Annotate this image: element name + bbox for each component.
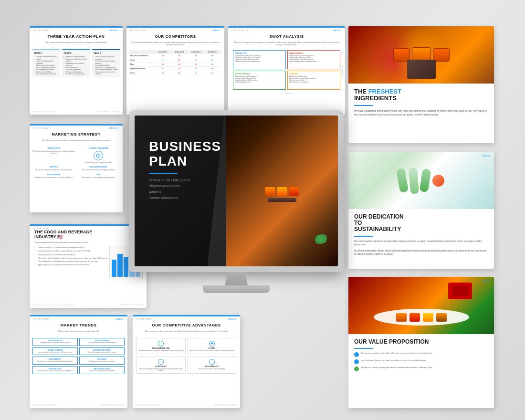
sushi-nigiri-1 — [265, 187, 275, 196]
slide-three-year: OPPORTUNITY STRATEGY THREE-YEAR ACTION P… — [30, 26, 123, 115]
swot-weaknesses: WEAKNESSES Higher prices due to premium … — [287, 50, 340, 69]
year-1-col: YEAR 1 Concept development and menu crea… — [32, 49, 60, 77]
trend-text: Interest in diverse food experiences fro… — [34, 352, 76, 354]
sustainability-content: OUR DEDICATIONTOSUSTAINABILITY We unders… — [348, 209, 494, 263]
sust-text-1: We understand the importance of responsi… — [354, 240, 488, 246]
comp-th-us: Our Business — [204, 51, 220, 53]
comp-th-3: Competitor 3 — [188, 51, 204, 53]
badge: No — [178, 72, 180, 74]
slide-tag-left: OPPORTUNITY — [33, 227, 50, 230]
comp-adv-personalized: PERSONALIZED DINE We provide an interact… — [136, 338, 186, 354]
slide-swot: OPPORTUNITY MARKET SWOT ANALYSIS What ar… — [228, 26, 345, 115]
comp-adv-sustainability: SUSTAINABILITY Educating our customers a… — [188, 356, 237, 374]
comp-adv-icon-1 — [158, 341, 164, 346]
marketing-item-title: PARTNERSHIP — [32, 173, 75, 176]
badge: Yes — [211, 68, 214, 70]
marketing-item-text: We'll create an innovative app with push… — [77, 177, 120, 178]
value-item-3: Indulge in a culinary journey that combi… — [354, 366, 488, 371]
value-sushi-bg — [348, 277, 494, 334]
trend-text: Demand for engaging experiences like oma… — [81, 352, 123, 354]
swot-w-label: WEAKNESSES — [289, 52, 338, 54]
chart-bar-1 — [112, 260, 116, 277]
swot-opportunities: OPPORTUNITIES Collaborating with nearby … — [233, 71, 286, 90]
slide-tag-right: STRATEGY — [109, 29, 119, 32]
sust-divider — [354, 236, 373, 237]
slide-header-accent — [30, 315, 127, 316]
badge: No — [178, 55, 180, 57]
marketing-offers: OFFERS We'll introduce a Taste of the Mo… — [32, 166, 75, 171]
year-3-item: Second location scouting and preparation — [94, 56, 118, 60]
comp-adv-text-4: Educating our customers about sustainabi… — [189, 368, 235, 370]
spring-rolls — [398, 168, 444, 194]
roll-3 — [420, 168, 431, 192]
badge: No — [162, 55, 164, 57]
sust-text-2: By offering sustainable seafood options … — [354, 249, 488, 256]
competitors-subtitle: Our business distinguishes itself from c… — [130, 41, 220, 46]
sushi-img-2 — [348, 152, 494, 209]
footer-right: BUSINESS NAME - CONFIDENTIAL — [101, 404, 125, 406]
marketing-item-title: WORKSHOPS — [32, 147, 75, 149]
value-title: OUR VALUE PROPOSITION — [354, 339, 488, 345]
year-2-item: Collaborations with local food influence… — [63, 63, 88, 67]
marketing-title: MARKETING STRATEGY — [33, 132, 119, 137]
bp-sushi-image — [226, 116, 338, 266]
sushi-board — [268, 198, 296, 202]
value-icon-1 — [354, 352, 359, 357]
slide-tag-left: OPPORTUNITY — [130, 29, 147, 32]
trends-grid: SUSTAINABILITY Growing demand for sustai… — [30, 336, 127, 376]
comp-adv-label-4: SUSTAINABILITY — [189, 366, 235, 368]
bp-address-text: Address — [149, 189, 221, 196]
value-icon-3 — [354, 367, 359, 371]
trend-pos-systems: POS SYSTEMS Advance POS solutions for ef… — [32, 366, 78, 374]
value-content: OUR VALUE PROPOSITION Experience exquisi… — [348, 334, 494, 378]
slide-tag-right: MARKET — [116, 318, 124, 320]
swot-strengths: STRENGTHS Expert sushi chefs with years … — [233, 50, 286, 69]
slide-market-trends: OPPORTUNITY MARKET MARKET TRENDS What ma… — [30, 315, 127, 408]
slide-footer: BUSINESS NAME - CONFIDENTIAL BUSINESS NA… — [30, 404, 127, 406]
comp-adv-grid: PERSONALIZED DINE We provide an interact… — [133, 336, 240, 376]
swot-o-label: OPPORTUNITIES — [235, 73, 284, 75]
value-text-1: Experience exquisite sushi crafted with … — [361, 352, 432, 355]
value-image — [348, 277, 494, 334]
slide-tag-left: OPPORTUNITY — [33, 127, 50, 129]
swot-title: SWOT ANALYSIS — [232, 34, 341, 39]
competitors-title: OUR COMPETITORS — [130, 34, 220, 39]
freshest-text: We have established strong partnerships … — [354, 109, 488, 116]
marketing-circle — [94, 151, 103, 160]
sushi-nigiri — [423, 313, 433, 322]
sushi-nigiri-2 — [277, 187, 287, 196]
slide-tag-left: OPPORTUNITY — [33, 318, 50, 320]
badge: No — [162, 72, 164, 74]
footer-left: BUSINESS NAME - CONFIDENTIAL — [32, 404, 56, 406]
swot-internal-label: INTERNAL — [342, 65, 344, 76]
comp-adv-text-3: We launch monthly sushi-making workshops… — [138, 368, 184, 372]
comp-row-label: Sauces — [130, 72, 154, 74]
footer-left: BUSINESS NAME - CONFIDENTIAL — [32, 111, 56, 113]
sushi-green-bg — [348, 152, 494, 209]
slide-competitive-adv: OPPORTUNITY MARKET OUR COMPETITIVE ADVAN… — [133, 315, 240, 408]
trend-authenticity: AUTHENTICITY Consumers seek authentic su… — [32, 357, 78, 365]
slide-header-accent — [133, 315, 240, 316]
three-year-title: THREE-YEAR ACTION PLAN — [33, 34, 119, 39]
badge: Yes — [162, 59, 164, 61]
value-icon-2 — [354, 359, 359, 364]
marketing-app: APP We'll create an innovative app with … — [77, 173, 120, 178]
marketing-grid: WORKSHOPS We'll host monthly sushi-makin… — [30, 145, 123, 180]
sushi-platter — [348, 277, 494, 334]
comp-adv-icon-2 — [209, 341, 215, 346]
slide-tag-left: OPPORTUNITY — [232, 29, 248, 32]
slide-marketing: OPPORTUNITY STRATEGY MARKETING STRATEGY … — [30, 124, 123, 212]
comp-adv-subtitle: Our competitive edge stems from four pil… — [136, 330, 236, 333]
swot-s-label: STRENGTHS — [235, 52, 284, 54]
bp-title-area: BUSINESS PLAN Drafted on DD / MM / YYYY … — [149, 139, 221, 201]
marketing-item-text: We'll introduce a Taste of the Month cut… — [32, 169, 75, 171]
slide-tag-right: MARKET — [228, 318, 236, 320]
value-text-3: Indulge in a culinary journey that combi… — [361, 366, 432, 369]
comp-row: Variety Yes No Yes Yes — [129, 58, 221, 63]
value-line — [354, 348, 373, 349]
swot-t-label: THREATS — [289, 73, 338, 75]
freshest-line — [354, 105, 373, 106]
trend-text: Consumers seek authentic sushi from trad… — [34, 361, 76, 363]
badge: No — [178, 59, 180, 61]
bp-title-line1: BUSINESS — [149, 139, 221, 154]
